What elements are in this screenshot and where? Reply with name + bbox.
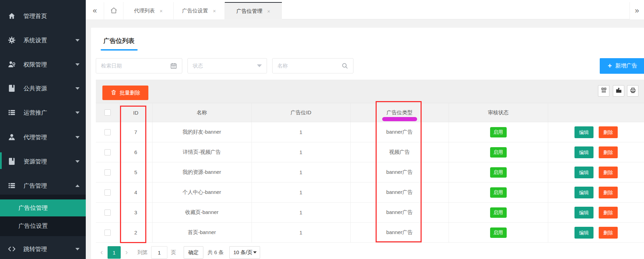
export-button[interactable] bbox=[613, 85, 624, 97]
sidebar-subitem-ad-slot-management[interactable]: 广告位管理 bbox=[0, 199, 86, 216]
row-checkbox[interactable] bbox=[104, 230, 111, 236]
trash-icon bbox=[111, 89, 117, 97]
row-checkbox[interactable] bbox=[104, 149, 111, 155]
status-placeholder: 状态 bbox=[193, 63, 257, 69]
edit-button[interactable]: 编辑 bbox=[574, 126, 594, 138]
sidebar-item-system[interactable]: 系统设置 bbox=[0, 28, 86, 52]
page-size-value: 10 条/页 bbox=[233, 249, 252, 256]
tab-ad-slot-management[interactable]: 广告位管理 × bbox=[225, 2, 282, 19]
header-id: ID bbox=[119, 103, 152, 122]
sidebar-item-home[interactable]: 管理首页 bbox=[0, 4, 86, 28]
sidebar-item-redirect[interactable]: 跳转管理 bbox=[0, 237, 86, 259]
delete-button[interactable]: 删除 bbox=[599, 187, 618, 198]
batch-delete-button[interactable]: 批量删除 bbox=[102, 86, 148, 100]
date-placeholder: 检索日期 bbox=[101, 63, 170, 69]
sidebar-item-label: 代理管理 bbox=[24, 133, 47, 141]
edit-button[interactable]: 编辑 bbox=[574, 227, 594, 239]
list-icon bbox=[8, 181, 16, 190]
toggle-columns-button[interactable] bbox=[598, 85, 609, 97]
chevron-down-icon bbox=[75, 39, 80, 42]
tabs-collapse-right-button[interactable]: » bbox=[629, 2, 644, 19]
close-icon[interactable]: × bbox=[160, 8, 163, 14]
tab-label: 广告位设置 bbox=[182, 8, 208, 14]
cell-name: 首页-banner bbox=[152, 223, 251, 243]
permission-icon bbox=[8, 60, 16, 69]
tab-label: 代理列表 bbox=[134, 8, 155, 14]
search-icon bbox=[341, 62, 348, 69]
tab-ad-slot-settings[interactable]: 广告位设置 × bbox=[174, 2, 225, 19]
current-page-button[interactable]: 1 bbox=[108, 246, 121, 259]
chevron-down-icon bbox=[75, 136, 80, 139]
status-badge: 启用 bbox=[490, 187, 507, 198]
name-search-input[interactable]: 名称 bbox=[272, 58, 353, 73]
edit-button[interactable]: 编辑 bbox=[574, 187, 594, 198]
cell-slot-id: 1 bbox=[251, 142, 350, 162]
status-badge: 启用 bbox=[490, 207, 507, 218]
cell-id: 5 bbox=[119, 162, 152, 182]
page-size-select[interactable]: 10 条/页 bbox=[229, 246, 260, 259]
sidebar-item-permissions[interactable]: 权限管理 bbox=[0, 52, 86, 77]
header-checkbox-cell bbox=[96, 103, 119, 122]
cell-name: 个人中心-banner bbox=[152, 182, 251, 203]
tab-label: 广告位管理 bbox=[237, 8, 263, 15]
delete-button[interactable]: 删除 bbox=[599, 167, 618, 178]
double-chevron-right-icon: » bbox=[635, 6, 639, 15]
delete-button[interactable]: 删除 bbox=[599, 146, 618, 158]
tabs-collapse-left-button[interactable]: « bbox=[86, 2, 104, 19]
tab-home[interactable] bbox=[104, 2, 123, 19]
sidebar-item-label: 跳转管理 bbox=[24, 245, 47, 253]
print-button[interactable] bbox=[627, 85, 638, 97]
goto-page-suffix: 页 bbox=[171, 249, 176, 256]
tab-agent-list[interactable]: 代理列表 × bbox=[123, 2, 174, 19]
sidebar-item-resources[interactable]: 资源管理 bbox=[0, 149, 86, 173]
close-icon[interactable]: × bbox=[213, 8, 216, 14]
print-icon bbox=[630, 87, 636, 95]
close-icon[interactable]: × bbox=[267, 8, 270, 14]
row-checkbox[interactable] bbox=[104, 189, 111, 196]
table-header-row: ID 名称 广告位ID 广告位类型 审核状态 bbox=[96, 103, 644, 122]
delete-button[interactable]: 删除 bbox=[599, 227, 618, 239]
row-checkbox[interactable] bbox=[104, 169, 111, 176]
cell-name: 详情页-视频广告 bbox=[152, 142, 251, 162]
sidebar-item-operations[interactable]: 运营推广 bbox=[0, 100, 86, 125]
date-filter-input[interactable]: 检索日期 bbox=[96, 58, 182, 73]
name-placeholder: 名称 bbox=[277, 63, 341, 69]
sidebar-subitem-ad-slot-settings[interactable]: 广告位设置 bbox=[0, 217, 86, 234]
prev-page-button[interactable]: ‹ bbox=[96, 248, 108, 257]
sidebar-item-label: 系统设置 bbox=[24, 36, 47, 44]
chevron-down-icon bbox=[75, 111, 80, 114]
delete-button[interactable]: 删除 bbox=[599, 126, 618, 138]
edit-button[interactable]: 编辑 bbox=[574, 146, 594, 158]
edit-button[interactable]: 编辑 bbox=[574, 167, 594, 178]
row-checkbox[interactable] bbox=[104, 209, 111, 216]
delete-button[interactable]: 删除 bbox=[599, 207, 618, 218]
sidebar-item-public-resources[interactable]: 公共资源 bbox=[0, 76, 86, 100]
table-row: 4 个人中心-banner 1 banner广告 启用 编辑删除 bbox=[96, 182, 644, 203]
status-badge: 启用 bbox=[490, 167, 507, 178]
select-all-checkbox[interactable] bbox=[104, 109, 111, 116]
cell-type: 视频广告 bbox=[350, 142, 449, 162]
columns-grid-icon bbox=[601, 87, 607, 95]
chevron-down-icon bbox=[75, 87, 80, 90]
ad-slot-list-panel: 广告位列表 检索日期 状态 名称 + 新增广告 批量删除 bbox=[91, 28, 644, 259]
edit-button[interactable]: 编辑 bbox=[574, 207, 594, 218]
cell-slot-id: 1 bbox=[251, 203, 350, 223]
sidebar-subitem-label: 广告位管理 bbox=[18, 204, 48, 212]
active-section-underline bbox=[101, 49, 138, 51]
goto-page-input[interactable] bbox=[151, 246, 167, 259]
sidebar-item-ads[interactable]: 广告管理 bbox=[0, 173, 86, 198]
sidebar-item-label: 公共资源 bbox=[24, 84, 47, 92]
book-icon bbox=[8, 84, 16, 92]
cell-id: 4 bbox=[119, 182, 152, 203]
chevron-down-icon bbox=[75, 248, 80, 250]
row-checkbox[interactable] bbox=[104, 129, 111, 135]
sidebar-item-agents[interactable]: 代理管理 bbox=[0, 125, 86, 149]
cell-type: banner广告 bbox=[350, 162, 449, 182]
code-icon bbox=[8, 245, 16, 253]
table-row: 7 我的好友-banner 1 banner广告 启用 编辑删除 bbox=[96, 122, 644, 142]
status-badge: 启用 bbox=[490, 127, 507, 137]
next-page-button[interactable]: › bbox=[121, 248, 132, 257]
add-ad-button[interactable]: + 新增广告 bbox=[600, 58, 644, 74]
goto-confirm-button[interactable]: 确定 bbox=[184, 246, 203, 259]
status-filter-select[interactable]: 状态 bbox=[187, 58, 267, 73]
